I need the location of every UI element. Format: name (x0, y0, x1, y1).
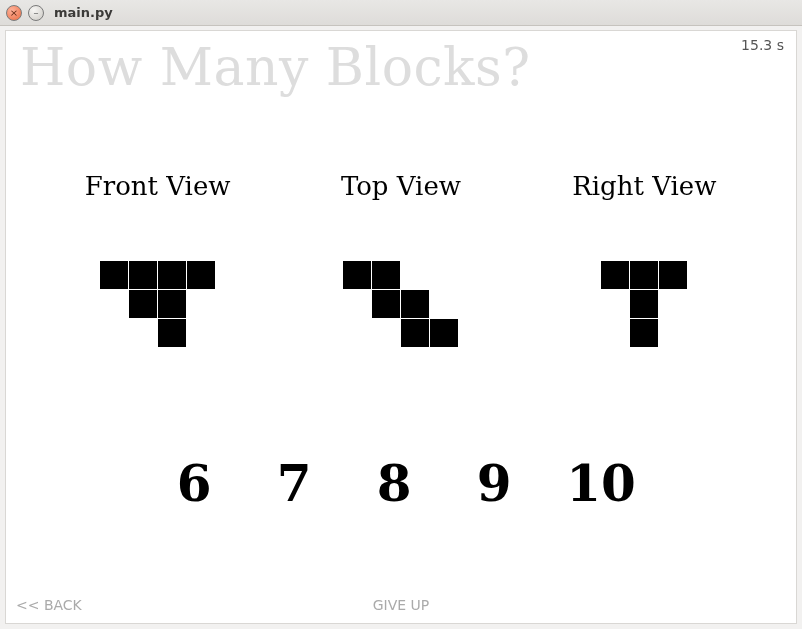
block-empty (659, 290, 687, 318)
answer-option[interactable]: 8 (366, 454, 422, 513)
answer-option[interactable]: 7 (266, 454, 322, 513)
block-empty (401, 261, 429, 289)
block-filled (158, 290, 186, 318)
block-filled (100, 261, 128, 289)
view-front-view: Front View (48, 171, 268, 347)
view-right-view: Right View (534, 171, 754, 347)
footer: << BACK GIVE UP (6, 597, 796, 613)
block-filled (630, 290, 658, 318)
block-filled (187, 261, 215, 289)
block-filled (630, 319, 658, 347)
block-grid (343, 261, 458, 347)
close-icon[interactable]: × (6, 5, 22, 21)
block-filled (601, 261, 629, 289)
view-top-view: Top View (291, 171, 511, 347)
giveup-button[interactable]: GIVE UP (373, 597, 430, 613)
block-grid (100, 261, 215, 347)
block-filled (401, 290, 429, 318)
timer: 15.3 s (741, 37, 784, 53)
answers-row: 678910 (6, 454, 796, 513)
block-empty (343, 319, 371, 347)
block-empty (187, 319, 215, 347)
block-empty (343, 290, 371, 318)
block-empty (100, 319, 128, 347)
view-title: Front View (85, 171, 231, 201)
block-filled (401, 319, 429, 347)
page-title: How Many Blocks? (20, 37, 531, 97)
minimize-icon[interactable]: – (28, 5, 44, 21)
block-filled (343, 261, 371, 289)
views-row: Front ViewTop ViewRight View (6, 171, 796, 347)
window-titlebar: × – main.py (0, 0, 802, 26)
block-filled (630, 261, 658, 289)
answer-option[interactable]: 6 (166, 454, 222, 513)
block-empty (601, 319, 629, 347)
block-empty (430, 261, 458, 289)
block-grid (601, 261, 687, 347)
game-canvas: How Many Blocks? 15.3 s Front ViewTop Vi… (5, 30, 797, 624)
block-empty (129, 319, 157, 347)
back-button[interactable]: << BACK (16, 597, 82, 613)
view-title: Right View (572, 171, 716, 201)
block-filled (129, 261, 157, 289)
answer-option[interactable]: 9 (466, 454, 522, 513)
block-filled (430, 319, 458, 347)
block-filled (129, 290, 157, 318)
block-empty (372, 319, 400, 347)
window-title: main.py (54, 5, 113, 20)
block-empty (430, 290, 458, 318)
block-empty (187, 290, 215, 318)
block-filled (158, 261, 186, 289)
block-empty (601, 290, 629, 318)
view-title: Top View (341, 171, 461, 201)
block-filled (158, 319, 186, 347)
answer-option[interactable]: 10 (566, 454, 636, 513)
block-filled (372, 290, 400, 318)
block-filled (659, 261, 687, 289)
block-empty (100, 290, 128, 318)
block-empty (659, 319, 687, 347)
block-filled (372, 261, 400, 289)
